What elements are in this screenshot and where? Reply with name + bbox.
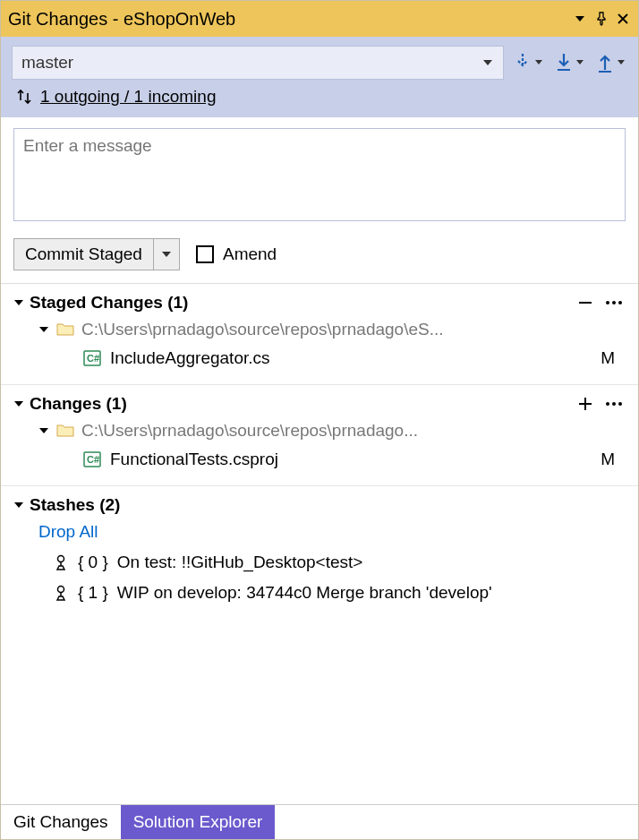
stash-index: { 1 } — [78, 583, 108, 603]
tab-solution-explorer[interactable]: Solution Explorer — [121, 805, 276, 839]
changes-section: Changes (1) C:\Users\prnadago\source\rep… — [1, 385, 638, 486]
folder-icon — [56, 322, 74, 337]
bottom-tabs: Git Changes Solution Explorer — [1, 804, 638, 839]
staged-changes-header[interactable]: Staged Changes (1) — [13, 293, 626, 313]
window-menu-icon[interactable] — [572, 13, 588, 24]
amend-checkbox-group[interactable]: Amend — [196, 244, 277, 264]
commit-message-area — [1, 117, 638, 226]
collapse-icon — [13, 297, 24, 308]
svg-point-10 — [58, 556, 64, 562]
branch-toolbar: master — [1, 37, 638, 80]
staged-changes-title: Staged Changes (1) — [30, 293, 188, 313]
csharp-file-icon: C# — [83, 350, 101, 366]
csproj-file-icon: C# — [83, 451, 101, 467]
staged-file-status: M — [601, 348, 620, 368]
svg-point-0 — [606, 301, 609, 304]
stash-index: { 0 } — [78, 553, 108, 572]
pin-icon[interactable] — [593, 12, 609, 26]
changes-folder-path: C:\Users\prnadago\source\repos\prnadago.… — [81, 421, 418, 441]
sync-status-row: 1 outgoing / 1 incoming — [1, 80, 638, 117]
amend-checkbox[interactable] — [196, 245, 214, 263]
stashes-section: Stashes (2) Drop All { 0 } On test: !!Gi… — [1, 486, 638, 612]
collapse-icon — [13, 500, 24, 510]
collapse-icon — [38, 425, 49, 436]
fetch-button[interactable] — [511, 48, 545, 77]
stash-item[interactable]: { 0 } On test: !!GitHub_Desktop<test> — [13, 547, 626, 578]
svg-point-7 — [618, 402, 622, 406]
changes-file-row[interactable]: C# FunctionalTests.csproj M — [13, 444, 626, 482]
close-icon[interactable] — [615, 13, 631, 25]
collapse-icon — [13, 399, 24, 409]
commit-row: Commit Staged Amend — [1, 226, 638, 284]
tab-git-changes[interactable]: Git Changes — [1, 805, 121, 839]
commit-dropdown-icon[interactable] — [153, 239, 179, 270]
svg-point-2 — [618, 301, 622, 304]
changes-file-status: M — [601, 450, 620, 469]
stash-text: WIP on develop: 34744c0 Merge branch 'de… — [117, 583, 492, 603]
branch-name: master — [21, 53, 73, 73]
more-actions-icon[interactable] — [602, 300, 626, 305]
changes-title: Changes (1) — [30, 394, 127, 414]
svg-point-11 — [58, 587, 64, 593]
amend-label: Amend — [223, 244, 277, 264]
pull-button[interactable] — [552, 48, 586, 77]
staged-file-row[interactable]: C# IncludeAggregator.cs M — [13, 343, 626, 381]
unstage-all-icon[interactable] — [574, 294, 597, 312]
stash-icon — [53, 553, 69, 571]
stash-text: On test: !!GitHub_Desktop<test> — [117, 553, 363, 572]
stash-icon — [53, 584, 69, 602]
changes-folder-row[interactable]: C:\Users\prnadago\source\repos\prnadago.… — [13, 414, 626, 444]
titlebar: Git Changes - eShopOnWeb — [1, 1, 638, 37]
stage-all-icon[interactable] — [574, 395, 597, 413]
stash-item[interactable]: { 1 } WIP on develop: 34744c0 Merge bran… — [13, 578, 626, 608]
commit-message-input[interactable] — [13, 128, 626, 221]
staged-folder-path: C:\Users\prnadago\source\repos\prnadago\… — [81, 320, 444, 339]
changes-header[interactable]: Changes (1) — [13, 394, 626, 414]
drop-all-link[interactable]: Drop All — [13, 515, 626, 547]
svg-point-5 — [606, 402, 609, 406]
sync-status-link[interactable]: 1 outgoing / 1 incoming — [40, 87, 216, 107]
commit-staged-button[interactable]: Commit Staged — [13, 238, 180, 270]
window-title: Git Changes - eShopOnWeb — [8, 9, 567, 30]
chevron-down-icon — [481, 56, 494, 69]
svg-text:C#: C# — [87, 353, 99, 364]
branch-select[interactable]: master — [12, 46, 504, 80]
commit-button-label: Commit Staged — [14, 239, 153, 270]
svg-point-1 — [612, 301, 616, 304]
staged-file-name: IncludeAggregator.cs — [110, 348, 270, 368]
folder-icon — [56, 424, 74, 438]
svg-text:C#: C# — [87, 454, 99, 465]
staged-folder-row[interactable]: C:\Users\prnadago\source\repos\prnadago\… — [13, 313, 626, 343]
sync-icon — [15, 88, 33, 106]
collapse-icon — [38, 324, 49, 335]
more-actions-icon[interactable] — [602, 401, 626, 407]
stashes-title: Stashes (2) — [30, 495, 120, 515]
stashes-header[interactable]: Stashes (2) — [13, 495, 626, 515]
svg-point-6 — [612, 402, 616, 406]
staged-changes-section: Staged Changes (1) C:\Users\prnadago\sou… — [1, 284, 638, 385]
push-button[interactable] — [593, 48, 627, 77]
changes-file-name: FunctionalTests.csproj — [110, 450, 278, 469]
